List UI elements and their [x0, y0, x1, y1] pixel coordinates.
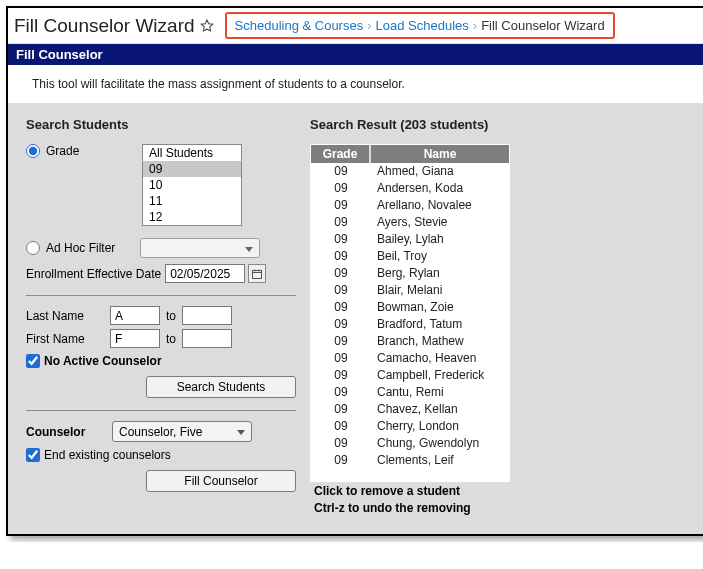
cell-grade: 09 — [311, 435, 371, 452]
counselor-select-value: Counselor, Five — [119, 425, 202, 439]
table-row[interactable]: 09Branch, Mathew — [311, 333, 509, 350]
page-title: Fill Counselor Wizard — [14, 15, 195, 37]
svg-rect-0 — [253, 270, 262, 278]
cell-grade: 09 — [311, 401, 371, 418]
divider — [26, 410, 296, 411]
table-row[interactable]: 09Chung, Gwendolyn — [311, 435, 509, 452]
firstname-label: First Name — [26, 332, 104, 346]
cell-grade: 09 — [311, 418, 371, 435]
table-row[interactable]: 09Cantu, Remi — [311, 384, 509, 401]
grade-listbox[interactable]: All Students 09 10 11 12 — [142, 144, 242, 226]
table-row[interactable]: 09Andersen, Koda — [311, 180, 509, 197]
firstname-from-input[interactable] — [110, 329, 160, 348]
table-row[interactable]: 09Campbell, Frederick — [311, 367, 509, 384]
cell-name: Clements, Leif — [371, 452, 509, 469]
cell-name: Ahmed, Giana — [371, 163, 509, 180]
grade-option-12[interactable]: 12 — [143, 209, 241, 225]
intro-text: This tool will facilitate the mass assig… — [8, 65, 703, 103]
content: Search Students Grade All Students 09 10… — [8, 103, 703, 534]
enroll-date-label: Enrollment Effective Date — [26, 267, 161, 281]
firstname-to-input[interactable] — [182, 329, 232, 348]
lastname-from-input[interactable] — [110, 306, 160, 325]
table-row[interactable]: 09Camacho, Heaven — [311, 350, 509, 367]
lastname-row: Last Name to — [26, 306, 296, 325]
table-row[interactable]: 09Bowman, Zoie — [311, 299, 509, 316]
table-row[interactable]: 09Bradford, Tatum — [311, 316, 509, 333]
firstname-row: First Name to — [26, 329, 296, 348]
grade-row: Grade All Students 09 10 11 12 — [26, 144, 296, 226]
cell-grade: 09 — [311, 452, 371, 469]
breadcrumb-link-load[interactable]: Load Schedules — [376, 18, 469, 33]
calendar-icon — [251, 268, 263, 280]
cell-name: Beil, Troy — [371, 248, 509, 265]
lastname-label: Last Name — [26, 309, 104, 323]
chevron-right-icon: › — [471, 18, 479, 33]
cell-name: Bowman, Zoie — [371, 299, 509, 316]
results-body[interactable]: 09Ahmed, Giana09Andersen, Koda09Arellano… — [311, 163, 509, 481]
cell-name: Cantu, Remi — [371, 384, 509, 401]
breadcrumb-current: Fill Counselor Wizard — [481, 18, 605, 33]
cell-grade: 09 — [311, 282, 371, 299]
counselor-row: Counselor Counselor, Five — [26, 421, 296, 442]
cell-name: Chavez, Kellan — [371, 401, 509, 418]
table-row[interactable]: 09Cherry, London — [311, 418, 509, 435]
cell-name: Bradford, Tatum — [371, 316, 509, 333]
results-panel: Search Result (203 students) Grade Name … — [310, 117, 689, 516]
adhoc-radio[interactable] — [26, 241, 40, 255]
results-heading: Search Result (203 students) — [310, 117, 689, 132]
grade-option-11[interactable]: 11 — [143, 193, 241, 209]
table-row[interactable]: 09Beil, Troy — [311, 248, 509, 265]
topbar: Fill Counselor Wizard Scheduling & Cours… — [8, 8, 703, 44]
to-label: to — [166, 309, 176, 323]
grade-option-all[interactable]: All Students — [143, 145, 241, 161]
lastname-to-input[interactable] — [182, 306, 232, 325]
cell-name: Camacho, Heaven — [371, 350, 509, 367]
no-active-counselor-checkbox[interactable] — [26, 354, 40, 368]
cell-grade: 09 — [311, 163, 371, 180]
grade-radio[interactable] — [26, 144, 40, 158]
cell-name: Bailey, Lylah — [371, 231, 509, 248]
table-row[interactable]: 09Ayers, Stevie — [311, 214, 509, 231]
results-table: Grade Name 09Ahmed, Giana09Andersen, Kod… — [310, 144, 510, 482]
results-header-row: Grade Name — [311, 145, 509, 163]
cell-grade: 09 — [311, 197, 371, 214]
counselor-select[interactable]: Counselor, Five — [112, 421, 252, 442]
title-wrap: Fill Counselor Wizard — [14, 15, 215, 37]
table-row[interactable]: 09Ahmed, Giana — [311, 163, 509, 180]
fill-counselor-button[interactable]: Fill Counselor — [146, 470, 296, 492]
table-row[interactable]: 09Arellano, Novalee — [311, 197, 509, 214]
favorite-star-icon[interactable] — [199, 18, 215, 34]
enroll-date-input[interactable] — [165, 264, 245, 283]
table-row[interactable]: 09Chavez, Kellan — [311, 401, 509, 418]
cell-grade: 09 — [311, 180, 371, 197]
cell-grade: 09 — [311, 299, 371, 316]
grade-option-09[interactable]: 09 — [143, 161, 241, 177]
hint-remove: Click to remove a student — [310, 484, 689, 499]
table-row[interactable]: 09Clements, Leif — [311, 452, 509, 469]
counselor-label: Counselor — [26, 425, 104, 439]
cell-grade: 09 — [311, 333, 371, 350]
cell-grade: 09 — [311, 350, 371, 367]
adhoc-row: Ad Hoc Filter — [26, 238, 296, 258]
to-label: to — [166, 332, 176, 346]
no-active-counselor-label: No Active Counselor — [44, 354, 162, 368]
table-row[interactable]: 09Blair, Melani — [311, 282, 509, 299]
search-heading: Search Students — [26, 117, 296, 132]
end-existing-checkbox[interactable] — [26, 448, 40, 462]
chevron-right-icon: › — [365, 18, 373, 33]
table-row[interactable]: 09Bailey, Lylah — [311, 231, 509, 248]
cell-grade: 09 — [311, 214, 371, 231]
grade-option-10[interactable]: 10 — [143, 177, 241, 193]
calendar-button[interactable] — [248, 264, 266, 283]
enroll-row: Enrollment Effective Date — [26, 264, 296, 283]
cell-name: Ayers, Stevie — [371, 214, 509, 231]
breadcrumb-link-scheduling[interactable]: Scheduling & Courses — [235, 18, 364, 33]
no-active-row: No Active Counselor — [26, 354, 296, 368]
cell-name: Branch, Mathew — [371, 333, 509, 350]
cell-grade: 09 — [311, 231, 371, 248]
search-students-button[interactable]: Search Students — [146, 376, 296, 398]
adhoc-select[interactable] — [140, 238, 260, 258]
cell-name: Andersen, Koda — [371, 180, 509, 197]
table-row[interactable]: 09Berg, Rylan — [311, 265, 509, 282]
search-panel: Search Students Grade All Students 09 10… — [26, 117, 296, 516]
